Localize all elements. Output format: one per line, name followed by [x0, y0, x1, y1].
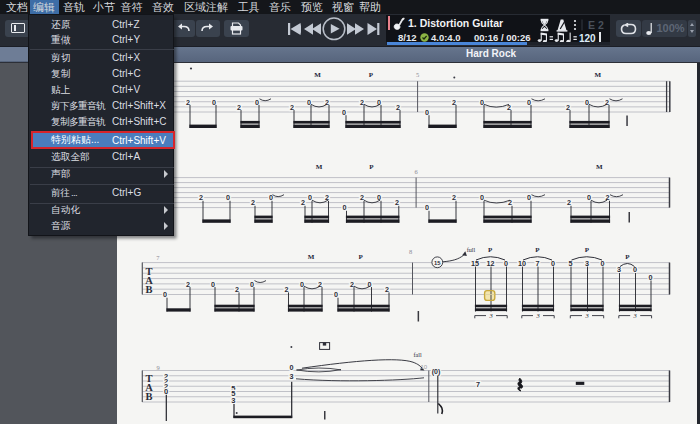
svg-text:M: M	[596, 163, 603, 171]
svg-text:8: 8	[409, 248, 412, 255]
svg-text:P: P	[488, 246, 493, 254]
svg-text:0: 0	[527, 98, 531, 107]
svg-text:3: 3	[585, 259, 589, 268]
svg-text:3: 3	[488, 312, 493, 319]
svg-text:2: 2	[237, 103, 241, 112]
svg-text:7: 7	[156, 254, 160, 261]
svg-text:10: 10	[518, 259, 526, 268]
svg-text:2: 2	[360, 98, 364, 107]
svg-text:2: 2	[452, 193, 456, 202]
svg-text:2: 2	[350, 280, 354, 289]
svg-text:2: 2	[186, 98, 190, 107]
svg-text:E 2: E 2	[588, 19, 604, 31]
svg-text:0: 0	[211, 280, 215, 289]
svg-text:3: 3	[535, 312, 540, 319]
svg-text:M: M	[308, 253, 315, 261]
svg-text:P: P	[369, 163, 374, 171]
svg-text:2: 2	[385, 285, 389, 294]
svg-text:2: 2	[360, 193, 364, 202]
svg-text:0: 0	[425, 203, 429, 212]
svg-text:0: 0	[255, 98, 259, 107]
svg-text:0: 0	[343, 203, 347, 212]
svg-text:10: 10	[420, 364, 427, 370]
svg-text:B: B	[145, 391, 152, 402]
svg-text:(0): (0)	[432, 368, 441, 376]
svg-text:15: 15	[471, 259, 479, 268]
svg-text:7: 7	[536, 259, 540, 268]
svg-text:0: 0	[480, 98, 484, 107]
svg-text:0: 0	[164, 387, 168, 396]
svg-text:2: 2	[186, 280, 190, 289]
svg-text:9: 9	[156, 364, 159, 371]
svg-text:2: 2	[566, 103, 570, 112]
svg-text:0: 0	[307, 98, 311, 107]
svg-text:B: B	[145, 284, 152, 295]
svg-text:2: 2	[290, 103, 294, 112]
svg-text:2: 2	[235, 285, 239, 294]
svg-text:2: 2	[301, 198, 305, 207]
svg-text:2: 2	[452, 98, 456, 107]
svg-text:3: 3	[231, 396, 235, 405]
svg-text:2: 2	[508, 198, 512, 207]
svg-text:P: P	[585, 246, 590, 254]
svg-text:2: 2	[251, 198, 255, 207]
svg-text:full: full	[467, 246, 476, 253]
svg-text:0: 0	[212, 98, 216, 107]
svg-text:0: 0	[585, 98, 589, 107]
svg-text:2: 2	[567, 198, 571, 207]
svg-text:2: 2	[199, 193, 203, 202]
svg-text:M: M	[314, 71, 321, 79]
svg-text:2: 2	[396, 103, 400, 112]
svg-text:2: 2	[285, 285, 289, 294]
svg-text:0: 0	[250, 280, 254, 289]
svg-text:7: 7	[476, 380, 480, 389]
svg-text:15: 15	[434, 260, 441, 266]
svg-text:0: 0	[163, 290, 167, 299]
svg-text:0: 0	[587, 193, 591, 202]
svg-text:12: 12	[487, 259, 495, 268]
svg-text:P: P	[625, 253, 630, 261]
svg-text:0: 0	[425, 108, 429, 117]
svg-text:0: 0	[527, 193, 531, 202]
svg-text:0: 0	[308, 193, 312, 202]
svg-text:P: P	[369, 71, 374, 79]
svg-text:2: 2	[507, 103, 511, 112]
svg-text:0: 0	[649, 273, 653, 282]
svg-text:M: M	[594, 71, 601, 79]
svg-text:3: 3	[633, 312, 638, 319]
svg-text:6: 6	[414, 168, 418, 175]
svg-text:0: 0	[300, 280, 304, 289]
svg-text:0: 0	[480, 193, 484, 202]
svg-text:fall: fall	[413, 351, 422, 358]
svg-text:0: 0	[334, 290, 338, 299]
svg-text:5: 5	[416, 71, 419, 78]
svg-text:3: 3	[289, 372, 293, 381]
svg-text:0: 0	[226, 193, 230, 202]
svg-text:P: P	[359, 253, 364, 261]
svg-text:M: M	[316, 163, 323, 171]
svg-text:0: 0	[342, 108, 346, 117]
svg-text:3: 3	[584, 312, 589, 319]
svg-text:P: P	[535, 246, 540, 254]
